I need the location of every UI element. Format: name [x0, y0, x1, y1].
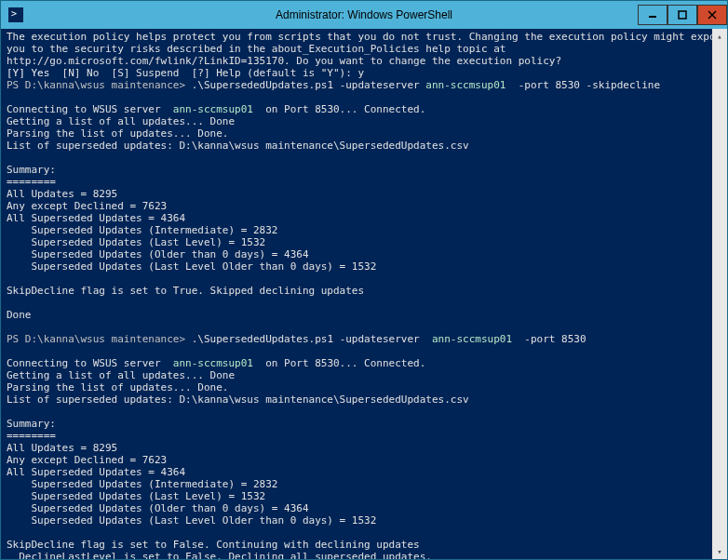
cmd-text: -port 8530 — [519, 333, 586, 345]
svg-rect-1 — [679, 11, 686, 19]
line: DeclineLastLevel is set to False. Declin… — [7, 551, 432, 559]
ps-prompt: PS D:\kanna\wsus maintenance> — [7, 333, 185, 345]
line: Getting a list of all updates... Done — [7, 369, 235, 381]
line: All Updates = 8295 — [7, 188, 117, 200]
cmd-text: .\SupersededUpdates.ps1 -updateserver — [185, 79, 425, 91]
line: Superseded Updates (Last Level Older tha… — [7, 514, 376, 527]
line: All Superseded Updates = 4364 — [7, 466, 185, 478]
server-name: ann-sccmsup01 — [167, 103, 259, 115]
summary-header: Summary: — [7, 164, 56, 176]
line: Superseded Updates (Intermediate) = 2832 — [7, 224, 277, 236]
line: SkipDecline flag is set to False. Contin… — [7, 539, 420, 551]
server-name: ann-sccmsup01 — [425, 79, 506, 91]
scroll-up-button[interactable]: ▴ — [712, 29, 727, 44]
server-name: ann-sccmsup01 — [167, 357, 259, 369]
line: on Port 8530... Connected. — [260, 103, 426, 115]
line: The execution policy helps protect you f… — [7, 31, 727, 43]
scroll-track[interactable] — [712, 44, 727, 544]
summary-divider: ======== — [7, 176, 56, 188]
prompt-choice-yes: [Y] Yes — [7, 67, 49, 79]
server-name: ann-sccmsup01 — [425, 333, 518, 345]
line: http://go.microsoft.com/fwlink/?LinkID=1… — [7, 55, 561, 67]
line: All Updates = 8295 — [7, 442, 117, 454]
line: Done — [7, 309, 32, 321]
maximize-button[interactable] — [667, 5, 697, 25]
scroll-down-button[interactable]: ▾ — [712, 544, 727, 559]
line: Connecting to WSUS server — [7, 357, 167, 369]
console-area[interactable]: The execution policy helps protect you f… — [1, 29, 727, 559]
line: List of superseded updates: D:\kanna\wsu… — [7, 140, 469, 152]
line: Superseded Updates (Older than 0 days) =… — [7, 502, 309, 514]
line: Superseded Updates (Older than 0 days) =… — [7, 248, 309, 260]
scrollbar[interactable]: ▴ ▾ — [712, 29, 727, 559]
maximize-icon — [678, 10, 687, 20]
powershell-icon — [8, 7, 23, 22]
line: you to the security risks described in t… — [7, 43, 506, 55]
line: Superseded Updates (Intermediate) = 2832 — [7, 478, 277, 490]
line: Getting a list of all updates... Done — [7, 115, 235, 127]
line: Connecting to WSUS server — [7, 103, 167, 115]
line: SkipDecline flag is set to True. Skipped… — [7, 285, 364, 297]
minimize-icon — [648, 10, 657, 20]
titlebar[interactable]: Administrator: Windows PowerShell — [1, 1, 727, 29]
summary-header: Summary: — [7, 418, 56, 430]
line: All Superseded Updates = 4364 — [7, 212, 185, 224]
console-output: The execution policy helps protect you f… — [7, 31, 708, 559]
ps-prompt: PS D:\kanna\wsus maintenance> — [7, 79, 185, 91]
prompt-choice-rest: [N] No [S] Suspend [?] Help (default is … — [49, 67, 364, 79]
window-controls — [638, 5, 727, 25]
line: Any except Declined = 7623 — [7, 454, 167, 466]
minimize-button[interactable] — [638, 5, 667, 25]
close-icon — [708, 10, 717, 20]
line: Superseded Updates (Last Level) = 1532 — [7, 236, 265, 248]
line: Parsing the list of updates... Done. — [7, 127, 228, 140]
close-button[interactable] — [697, 5, 727, 25]
line: Parsing the list of updates... Done. — [7, 381, 228, 393]
window-title: Administrator: Windows PowerShell — [276, 8, 452, 21]
line: on Port 8530... Connected. — [260, 357, 426, 369]
line: List of superseded updates: D:\kanna\wsu… — [7, 393, 469, 406]
line: Superseded Updates (Last Level Older tha… — [7, 260, 376, 273]
line: Any except Declined = 7623 — [7, 200, 167, 212]
line: Superseded Updates (Last Level) = 1532 — [7, 490, 265, 502]
powershell-window: Administrator: Windows PowerShell The ex… — [0, 0, 728, 560]
summary-divider: ======== — [7, 430, 56, 442]
cmd-text: -port 8530 -skipdecline — [506, 79, 660, 91]
cmd-text: .\SupersededUpdates.ps1 -updateserver — [185, 333, 425, 345]
